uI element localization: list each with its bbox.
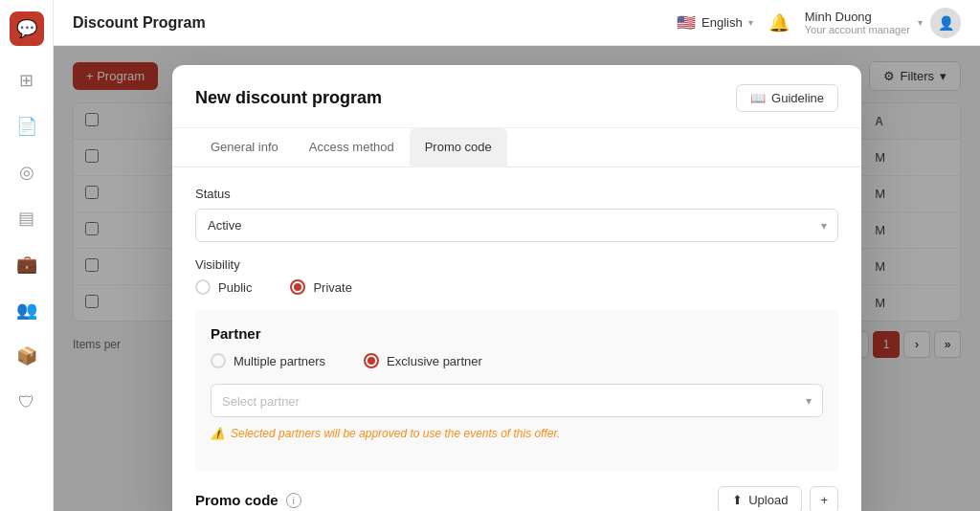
visibility-private-option[interactable]: Private [290,279,351,295]
page-title: Discount Program [73,14,206,32]
new-discount-modal: New discount program 📖 Guideline General… [172,65,861,511]
sidebar-item-dashboard[interactable]: ⊞ [8,61,46,100]
notifications-icon[interactable]: 🔔 [768,12,790,33]
visibility-public-option[interactable]: Public [195,279,252,295]
public-label: Public [218,280,252,295]
sidebar-item-box[interactable]: 📦 [8,337,46,375]
upload-label: Upload [748,493,788,507]
promo-info-icon[interactable]: i [286,493,301,508]
book-icon: 📖 [750,91,766,105]
partner-select[interactable] [211,384,823,417]
modal-overlay[interactable]: New discount program 📖 Guideline General… [54,46,980,511]
modal-tabs: General info Access method Promo code [172,128,861,167]
tab-general-info[interactable]: General info [195,128,294,167]
user-info[interactable]: Minh Duong Your account manager ▾ 👤 [805,8,961,38]
app-logo[interactable]: 💬 [10,11,44,46]
promo-header: Promo code i ⬆ Upload + [195,486,838,511]
exclusive-partner-label: Exclusive partner [387,354,482,368]
visibility-radio-group: Public Private [195,279,838,295]
language-selector[interactable]: 🇺🇸 English ▾ [677,13,753,32]
user-subtitle: Your account manager [805,24,910,35]
topbar-right: 🇺🇸 English ▾ 🔔 Minh Duong Your account m… [677,8,961,38]
flag-icon: 🇺🇸 [677,13,696,32]
language-label: English [702,15,743,30]
add-row-button[interactable]: + [810,486,838,511]
promo-code-section: Promo code i ⬆ Upload + [195,486,838,511]
tab-access-method[interactable]: Access method [294,128,410,167]
visibility-label: Visibility [195,257,838,272]
topbar: Discount Program 🇺🇸 English ▾ 🔔 Minh Duo… [54,0,980,46]
guideline-button[interactable]: 📖 Guideline [736,84,838,112]
sidebar-item-people[interactable]: 👥 [8,291,46,329]
tab-promo-code[interactable]: Promo code [410,128,507,167]
topbar-left: Discount Program [73,14,206,32]
modal-title: New discount program [195,88,382,108]
promo-section-title: Promo code [195,492,278,508]
promo-actions: ⬆ Upload + [718,486,838,511]
multiple-radio-circle [211,353,226,368]
exclusive-radio-circle [364,353,379,368]
partner-select-wrap: Select partner ▾ [211,384,823,417]
sidebar-item-shield[interactable]: 🛡 [8,383,46,421]
status-select-wrap: Active Inactive ▾ [195,209,838,242]
sidebar-item-chart[interactable]: ◎ [8,153,46,191]
modal-body: Status Active Inactive ▾ Visibility [172,167,861,511]
partner-radio-group: Multiple partners Exclusive partner [211,353,823,368]
upload-icon: ⬆ [732,493,743,507]
sidebar-item-case[interactable]: 💼 [8,245,46,283]
warning-message: Selected partners will be approved to us… [231,427,560,440]
guideline-label: Guideline [771,91,824,105]
main-content: Discount Program 🇺🇸 English ▾ 🔔 Minh Duo… [54,0,980,511]
multiple-partners-option[interactable]: Multiple partners [211,353,325,368]
sidebar: 💬 ⊞ 📄 ◎ ▤ 💼 👥 📦 🛡 [0,0,54,511]
sidebar-item-table[interactable]: ▤ [8,199,46,237]
status-label: Status [195,187,838,201]
avatar: 👤 [930,8,961,38]
partner-section: Partner Multiple partners Exclusive part… [195,310,838,471]
private-radio-circle [290,279,305,295]
partner-section-title: Partner [211,325,823,342]
private-label: Private [313,280,351,295]
warning-icon: ⚠️ [211,427,225,440]
promo-title-wrap: Promo code i [195,492,301,508]
user-text: Minh Duong Your account manager [805,10,910,35]
status-select[interactable]: Active Inactive [195,209,838,242]
modal-header: New discount program 📖 Guideline [172,65,861,128]
partner-warning: ⚠️ Selected partners will be approved to… [211,427,823,440]
exclusive-partner-option[interactable]: Exclusive partner [364,353,482,368]
user-chevron-icon: ▾ [918,17,923,28]
multiple-partners-label: Multiple partners [234,354,325,368]
content-area: + Program ⚙ Filters ▾ Disco... [54,46,980,511]
chevron-down-icon: ▾ [748,17,753,28]
sidebar-item-document[interactable]: 📄 [8,107,46,145]
user-name: Minh Duong [805,10,910,24]
upload-button[interactable]: ⬆ Upload [718,486,802,511]
public-radio-circle [195,279,211,295]
